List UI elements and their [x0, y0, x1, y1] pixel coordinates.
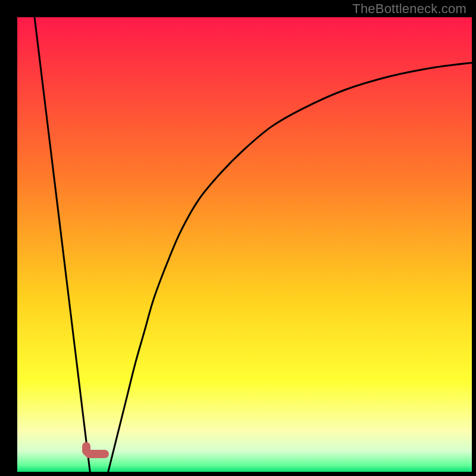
plot-background: [17, 17, 472, 472]
chart-frame: { "watermark": "TheBottleneck.com", "cha…: [0, 0, 476, 476]
bottleneck-chart: [0, 0, 476, 476]
watermark-text: TheBottleneck.com: [352, 1, 466, 17]
